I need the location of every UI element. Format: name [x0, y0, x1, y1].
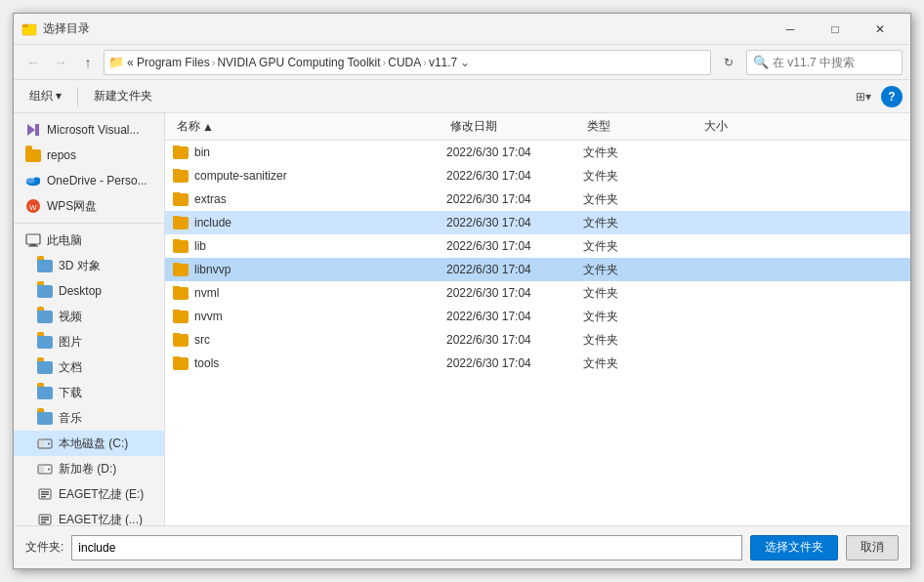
folder-icon [173, 357, 189, 370]
file-date: 2022/6/30 17:04 [446, 263, 583, 276]
refresh-button[interactable]: ↻ [715, 50, 742, 75]
help-button[interactable]: ? [881, 86, 903, 107]
folder-input[interactable] [71, 535, 742, 561]
search-icon: 🔍 [753, 55, 769, 69]
sidebar-item-documents[interactable]: 文档 [14, 354, 164, 380]
back-button[interactable]: ← [21, 51, 45, 74]
address-bar: ← → ↑ 📁 « Program Files › NVIDIA GPU Com… [14, 45, 910, 80]
file-type: 文件夹 [583, 355, 700, 372]
sidebar-item-pictures[interactable]: 图片 [14, 329, 164, 354]
view-icon: ⊞ [856, 90, 865, 104]
sidebar-label: Microsoft Visual... [47, 123, 139, 137]
sidebar-item-videos[interactable]: 视频 [14, 304, 164, 329]
svg-rect-15 [38, 438, 44, 440]
sidebar-label: 3D 对象 [59, 258, 101, 274]
music-folder-icon [37, 410, 53, 426]
file-row[interactable]: lib2022/6/30 17:04文件夹 [165, 234, 910, 258]
svg-rect-17 [39, 466, 44, 473]
sidebar-item-localc[interactable]: 本地磁盘 (C:) [14, 431, 164, 456]
svg-rect-19 [38, 464, 44, 466]
documents-folder-icon [37, 359, 53, 375]
breadcrumb-dropdown[interactable]: ⌄ [457, 56, 473, 69]
file-row[interactable]: bin2022/6/30 17:04文件夹 [165, 141, 910, 164]
file-type: 文件夹 [583, 145, 700, 161]
file-row[interactable]: compute-sanitizer2022/6/30 17:04文件夹 [165, 164, 910, 187]
breadcrumb-item: CUDA [388, 56, 421, 69]
minimize-button[interactable]: ─ [768, 14, 813, 45]
drive-f-icon [37, 512, 53, 525]
vs-icon [25, 122, 41, 138]
file-row[interactable]: tools2022/6/30 17:04文件夹 [165, 352, 910, 375]
file-row[interactable]: include2022/6/30 17:04文件夹 [165, 211, 910, 234]
sidebar-item-microsoft-visual[interactable]: Microsoft Visual... [14, 117, 164, 143]
breadcrumb-item: NVIDIA GPU Computing Toolkit [217, 56, 380, 69]
cancel-button[interactable]: 取消 [846, 535, 899, 561]
col-name-label: 名称 [177, 118, 200, 135]
file-row[interactable]: extras2022/6/30 17:04文件夹 [165, 187, 910, 211]
file-name: compute-sanitizer [173, 169, 446, 183]
col-header-size[interactable]: 大小 [700, 118, 903, 135]
file-name: nvml [173, 286, 446, 300]
forward-button[interactable]: → [49, 51, 72, 74]
organize-button[interactable]: 组织 ▾ [21, 84, 69, 109]
title-bar: 选择目录 ─ □ ✕ [14, 14, 910, 45]
folder-icon [173, 217, 189, 229]
3d-folder-icon [37, 258, 53, 273]
sidebar-item-newvold[interactable]: 新加卷 (D:) [14, 456, 164, 481]
maximize-button[interactable]: □ [813, 14, 858, 45]
sidebar-item-3d[interactable]: 3D 对象 [14, 253, 164, 278]
sidebar-item-wps[interactable]: W WPS网盘 [14, 193, 164, 219]
file-type: 文件夹 [583, 332, 700, 349]
select-folder-button[interactable]: 选择文件夹 [750, 535, 838, 561]
new-folder-button[interactable]: 新建文件夹 [86, 84, 160, 109]
up-button[interactable]: ↑ [76, 51, 100, 74]
file-row[interactable]: libnvvp2022/6/30 17:04文件夹 [165, 258, 910, 281]
svg-rect-21 [41, 491, 49, 493]
svg-rect-22 [41, 494, 49, 496]
col-header-name[interactable]: 名称 ▲ [173, 118, 446, 135]
file-date: 2022/6/30 17:04 [446, 146, 583, 159]
close-button[interactable]: ✕ [858, 14, 903, 45]
file-name: src [173, 333, 446, 347]
folder-icon [173, 311, 189, 323]
col-header-type[interactable]: 类型 [583, 118, 700, 135]
sidebar-item-eagete[interactable]: EAGET忆捷 (E:) [14, 481, 164, 507]
sidebar-label: 图片 [59, 334, 82, 351]
search-input[interactable] [773, 56, 896, 69]
sidebar-label: 视频 [59, 309, 82, 325]
sidebar-item-desktop[interactable]: Desktop [14, 278, 164, 304]
sidebar-item-music[interactable]: 音乐 [14, 405, 164, 431]
sidebar-item-downloads[interactable]: 下载 [14, 380, 164, 405]
file-list: 名称 ▲ 修改日期 类型 大小 bin2022/6/30 17:04文件夹com… [165, 113, 910, 525]
file-name: extras [173, 192, 446, 206]
sidebar-divider [14, 223, 164, 224]
svg-rect-13 [39, 440, 44, 447]
svg-rect-26 [41, 520, 49, 521]
svg-point-14 [48, 443, 50, 445]
breadcrumb-bar[interactable]: 📁 « Program Files › NVIDIA GPU Computing… [104, 50, 711, 75]
file-row[interactable]: src2022/6/30 17:04文件夹 [165, 328, 910, 352]
downloads-folder-icon [37, 385, 53, 400]
view-button[interactable]: ⊞ ▾ [850, 84, 877, 109]
col-header-date[interactable]: 修改日期 [446, 118, 583, 135]
dialog-icon [21, 21, 37, 37]
svg-rect-9 [26, 234, 40, 244]
file-row[interactable]: nvvm2022/6/30 17:04文件夹 [165, 305, 910, 328]
file-name: libnvvp [173, 263, 446, 276]
file-date: 2022/6/30 17:04 [446, 356, 583, 370]
breadcrumb-label: CUDA [388, 56, 421, 69]
col-type-label: 类型 [587, 118, 610, 135]
drive-e-icon [37, 486, 53, 502]
file-date: 2022/6/30 17:04 [446, 239, 583, 253]
col-date-label: 修改日期 [450, 118, 497, 135]
videos-folder-icon [37, 309, 53, 324]
search-box[interactable]: 🔍 [746, 50, 903, 75]
file-row[interactable]: nvml2022/6/30 17:04文件夹 [165, 281, 910, 305]
breadcrumb-item: v11.7 [429, 56, 457, 69]
sidebar-item-thispc[interactable]: 此电脑 [14, 228, 164, 253]
sidebar-item-repos[interactable]: repos [14, 143, 164, 168]
sidebar-item-onedrive[interactable]: OneDrive - Perso... [14, 168, 164, 193]
sidebar-label: EAGET忆捷 (E:) [59, 486, 144, 503]
file-date: 2022/6/30 17:04 [446, 333, 583, 347]
sidebar-item-eaget2[interactable]: EAGET忆捷 (...) [14, 507, 164, 525]
